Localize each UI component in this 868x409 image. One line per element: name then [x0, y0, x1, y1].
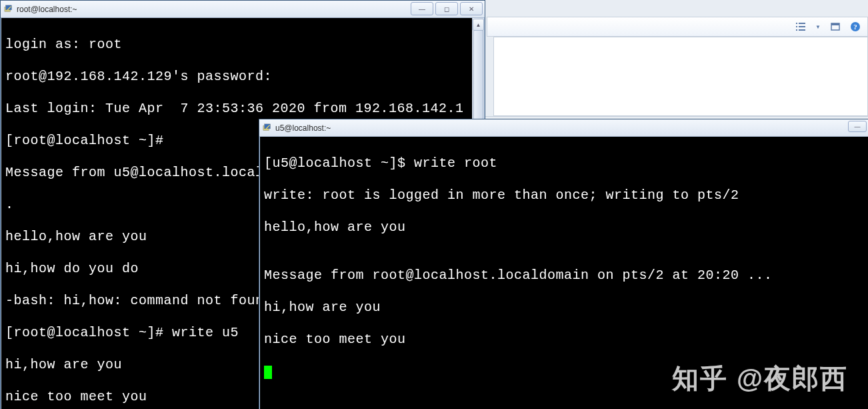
cursor-icon — [264, 366, 272, 379]
term-line: Message from root@localhost.localdomain … — [264, 268, 864, 284]
help-icon[interactable]: ? — [850, 21, 861, 32]
list-view-icon[interactable] — [795, 21, 806, 32]
minimize-button[interactable]: — — [848, 121, 867, 132]
term-line: [u5@localhost ~]$ write root — [264, 155, 864, 171]
window-icon[interactable] — [830, 21, 841, 32]
term-line: hi,how are you — [264, 300, 864, 316]
close-button[interactable]: ✕ — [460, 2, 483, 15]
title-text-root: root@localhost:~ — [17, 5, 411, 14]
term-line: hello,how are you — [264, 220, 864, 236]
svg-rect-0 — [796, 23, 797, 24]
term-line: Last login: Tue Apr 7 23:53:36 2020 from… — [5, 101, 469, 117]
svg-rect-5 — [799, 29, 805, 31]
term-line: write: root is logged in more than once;… — [264, 187, 864, 203]
term-line: login as: root — [5, 37, 469, 53]
term-line: nice too meet you — [264, 332, 864, 348]
svg-rect-4 — [796, 29, 797, 31]
svg-rect-2 — [796, 26, 797, 27]
title-text-u5: u5@localhost:~ — [275, 123, 848, 133]
titlebar-u5[interactable]: u5@localhost:~ — — [259, 119, 868, 137]
desktop: ▼ ? root@localhost:~ — ◻ ✕ login as: roo… — [0, 0, 868, 409]
term-line: root@192.168.142.129's password: — [5, 69, 469, 85]
titlebar-root[interactable]: root@localhost:~ — ◻ ✕ — [1, 1, 485, 18]
svg-rect-7 — [831, 23, 839, 25]
minimize-button[interactable]: — — [411, 2, 433, 15]
putty-icon — [3, 4, 14, 15]
background-toolbar: ▼ ? — [487, 17, 868, 37]
window-controls-root: — ◻ ✕ — [411, 1, 485, 17]
background-panel — [493, 37, 868, 116]
watermark-text: 知乎 @夜郎西 — [672, 360, 848, 397]
putty-icon — [262, 123, 273, 133]
maximize-button[interactable]: ◻ — [435, 2, 458, 15]
svg-rect-3 — [799, 26, 805, 27]
svg-rect-1 — [799, 23, 805, 24]
scroll-up-button[interactable]: ▲ — [473, 19, 484, 31]
window-controls-u5: — — [848, 119, 868, 136]
svg-text:?: ? — [853, 23, 857, 31]
